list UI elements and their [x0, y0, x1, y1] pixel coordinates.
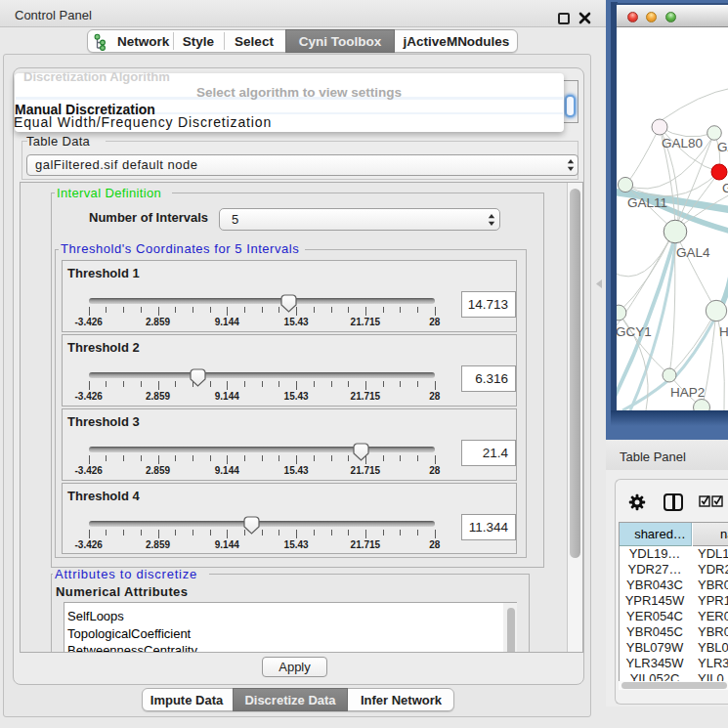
svg-text:G: G [722, 181, 728, 195]
svg-text:H: H [719, 324, 728, 339]
svg-text:GAL4: GAL4 [676, 245, 710, 260]
svg-text:HAP2: HAP2 [670, 385, 705, 400]
svg-text:GCY1: GCY1 [617, 324, 652, 339]
svg-text:GAL80: GAL80 [662, 136, 703, 150]
svg-text:GA: GA [717, 140, 728, 154]
svg-text:GAL11: GAL11 [627, 195, 667, 210]
